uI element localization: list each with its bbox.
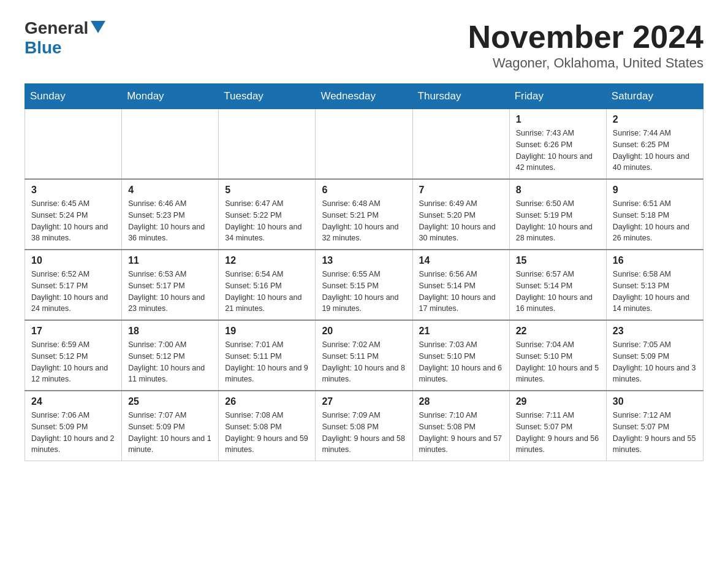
calendar-cell: 9Sunrise: 6:51 AM Sunset: 5:18 PM Daylig… (606, 179, 703, 250)
day-number: 12 (225, 255, 309, 266)
day-info: Sunrise: 6:54 AM Sunset: 5:16 PM Dayligh… (225, 269, 309, 315)
calendar-cell: 10Sunrise: 6:52 AM Sunset: 5:17 PM Dayli… (25, 250, 122, 320)
day-info: Sunrise: 7:01 AM Sunset: 5:11 PM Dayligh… (225, 339, 309, 385)
day-number: 6 (322, 185, 406, 196)
calendar-cell: 17Sunrise: 6:59 AM Sunset: 5:12 PM Dayli… (25, 320, 122, 391)
calendar-cell: 6Sunrise: 6:48 AM Sunset: 5:21 PM Daylig… (316, 179, 412, 250)
calendar-cell: 19Sunrise: 7:01 AM Sunset: 5:11 PM Dayli… (219, 320, 316, 391)
day-number: 15 (516, 255, 600, 266)
day-number: 27 (322, 396, 406, 407)
day-number: 4 (128, 185, 212, 196)
day-header-friday: Friday (509, 84, 606, 109)
month-title: November 2024 (468, 18, 703, 55)
day-number: 16 (613, 255, 697, 266)
title-area: November 2024 Wagoner, Oklahoma, United … (468, 18, 703, 71)
calendar-week-row: 24Sunrise: 7:06 AM Sunset: 5:09 PM Dayli… (25, 391, 703, 461)
day-info: Sunrise: 7:05 AM Sunset: 5:09 PM Dayligh… (613, 339, 697, 385)
day-number: 3 (31, 185, 115, 196)
logo-general-text: General (25, 18, 88, 38)
day-number: 18 (128, 326, 212, 337)
day-info: Sunrise: 7:11 AM Sunset: 5:07 PM Dayligh… (516, 410, 600, 456)
calendar-cell: 24Sunrise: 7:06 AM Sunset: 5:09 PM Dayli… (25, 391, 122, 461)
calendar-cell: 7Sunrise: 6:49 AM Sunset: 5:20 PM Daylig… (412, 179, 509, 250)
calendar-cell: 16Sunrise: 6:58 AM Sunset: 5:13 PM Dayli… (606, 250, 703, 320)
calendar-cell (122, 109, 219, 180)
day-number: 26 (225, 396, 309, 407)
day-number: 9 (613, 185, 697, 196)
day-info: Sunrise: 7:44 AM Sunset: 6:25 PM Dayligh… (613, 128, 697, 174)
logo-blue-text: Blue (25, 38, 62, 58)
calendar-cell: 8Sunrise: 6:50 AM Sunset: 5:19 PM Daylig… (509, 179, 606, 250)
calendar-header-row: SundayMondayTuesdayWednesdayThursdayFrid… (25, 84, 703, 109)
calendar-cell (219, 109, 316, 180)
day-number: 5 (225, 185, 309, 196)
header: General Blue November 2024 Wagoner, Okla… (25, 18, 703, 71)
calendar-table: SundayMondayTuesdayWednesdayThursdayFrid… (25, 83, 703, 461)
calendar-cell: 25Sunrise: 7:07 AM Sunset: 5:09 PM Dayli… (122, 391, 219, 461)
day-info: Sunrise: 7:04 AM Sunset: 5:10 PM Dayligh… (516, 339, 600, 385)
calendar-cell: 27Sunrise: 7:09 AM Sunset: 5:08 PM Dayli… (316, 391, 412, 461)
day-info: Sunrise: 7:00 AM Sunset: 5:12 PM Dayligh… (128, 339, 212, 385)
calendar-cell (316, 109, 412, 180)
day-header-thursday: Thursday (412, 84, 509, 109)
day-number: 13 (322, 255, 406, 266)
calendar-cell: 3Sunrise: 6:45 AM Sunset: 5:24 PM Daylig… (25, 179, 122, 250)
calendar-cell: 22Sunrise: 7:04 AM Sunset: 5:10 PM Dayli… (509, 320, 606, 391)
day-number: 1 (516, 114, 600, 125)
calendar-cell: 1Sunrise: 7:43 AM Sunset: 6:26 PM Daylig… (509, 109, 606, 180)
day-info: Sunrise: 6:59 AM Sunset: 5:12 PM Dayligh… (31, 339, 115, 385)
day-info: Sunrise: 7:12 AM Sunset: 5:07 PM Dayligh… (613, 410, 697, 456)
day-number: 22 (516, 326, 600, 337)
day-number: 29 (516, 396, 600, 407)
day-info: Sunrise: 6:55 AM Sunset: 5:15 PM Dayligh… (322, 269, 406, 315)
day-info: Sunrise: 7:10 AM Sunset: 5:08 PM Dayligh… (419, 410, 503, 456)
day-info: Sunrise: 7:07 AM Sunset: 5:09 PM Dayligh… (128, 410, 212, 456)
calendar-cell: 4Sunrise: 6:46 AM Sunset: 5:23 PM Daylig… (122, 179, 219, 250)
day-info: Sunrise: 6:57 AM Sunset: 5:14 PM Dayligh… (516, 269, 600, 315)
calendar-cell: 2Sunrise: 7:44 AM Sunset: 6:25 PM Daylig… (606, 109, 703, 180)
day-info: Sunrise: 7:06 AM Sunset: 5:09 PM Dayligh… (31, 410, 115, 456)
day-number: 24 (31, 396, 115, 407)
day-header-tuesday: Tuesday (219, 84, 316, 109)
day-info: Sunrise: 6:46 AM Sunset: 5:23 PM Dayligh… (128, 198, 212, 244)
calendar-cell (412, 109, 509, 180)
day-number: 20 (322, 326, 406, 337)
calendar-cell: 5Sunrise: 6:47 AM Sunset: 5:22 PM Daylig… (219, 179, 316, 250)
logo-triangle-icon (91, 21, 105, 33)
calendar-cell: 26Sunrise: 7:08 AM Sunset: 5:08 PM Dayli… (219, 391, 316, 461)
calendar-cell: 28Sunrise: 7:10 AM Sunset: 5:08 PM Dayli… (412, 391, 509, 461)
calendar-week-row: 1Sunrise: 7:43 AM Sunset: 6:26 PM Daylig… (25, 109, 703, 180)
calendar-cell: 11Sunrise: 6:53 AM Sunset: 5:17 PM Dayli… (122, 250, 219, 320)
day-info: Sunrise: 6:51 AM Sunset: 5:18 PM Dayligh… (613, 198, 697, 244)
day-info: Sunrise: 6:49 AM Sunset: 5:20 PM Dayligh… (419, 198, 503, 244)
day-number: 28 (419, 396, 503, 407)
day-number: 23 (613, 326, 697, 337)
day-info: Sunrise: 6:48 AM Sunset: 5:21 PM Dayligh… (322, 198, 406, 244)
calendar-cell: 20Sunrise: 7:02 AM Sunset: 5:11 PM Dayli… (316, 320, 412, 391)
day-number: 21 (419, 326, 503, 337)
day-info: Sunrise: 7:09 AM Sunset: 5:08 PM Dayligh… (322, 410, 406, 456)
day-header-sunday: Sunday (25, 84, 122, 109)
day-number: 2 (613, 114, 697, 125)
day-header-monday: Monday (122, 84, 219, 109)
day-number: 25 (128, 396, 212, 407)
day-number: 17 (31, 326, 115, 337)
calendar-week-row: 3Sunrise: 6:45 AM Sunset: 5:24 PM Daylig… (25, 179, 703, 250)
day-number: 7 (419, 185, 503, 196)
day-info: Sunrise: 6:53 AM Sunset: 5:17 PM Dayligh… (128, 269, 212, 315)
calendar-cell: 21Sunrise: 7:03 AM Sunset: 5:10 PM Dayli… (412, 320, 509, 391)
calendar-cell: 14Sunrise: 6:56 AM Sunset: 5:14 PM Dayli… (412, 250, 509, 320)
calendar-cell: 23Sunrise: 7:05 AM Sunset: 5:09 PM Dayli… (606, 320, 703, 391)
day-number: 8 (516, 185, 600, 196)
day-number: 19 (225, 326, 309, 337)
day-header-saturday: Saturday (606, 84, 703, 109)
day-number: 30 (613, 396, 697, 407)
day-info: Sunrise: 6:47 AM Sunset: 5:22 PM Dayligh… (225, 198, 309, 244)
calendar-cell: 15Sunrise: 6:57 AM Sunset: 5:14 PM Dayli… (509, 250, 606, 320)
location: Wagoner, Oklahoma, United States (468, 55, 703, 71)
calendar-cell: 18Sunrise: 7:00 AM Sunset: 5:12 PM Dayli… (122, 320, 219, 391)
day-info: Sunrise: 6:56 AM Sunset: 5:14 PM Dayligh… (419, 269, 503, 315)
day-info: Sunrise: 6:58 AM Sunset: 5:13 PM Dayligh… (613, 269, 697, 315)
day-info: Sunrise: 6:52 AM Sunset: 5:17 PM Dayligh… (31, 269, 115, 315)
day-info: Sunrise: 7:43 AM Sunset: 6:26 PM Dayligh… (516, 128, 600, 174)
